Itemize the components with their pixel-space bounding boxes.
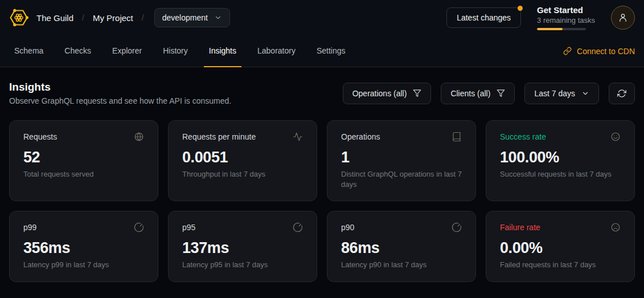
card-value: 1 xyxy=(341,149,462,166)
person-icon xyxy=(618,13,628,23)
funnel-icon xyxy=(497,89,505,97)
stat-card: p90 86ms Latency p90 in last 7 days xyxy=(327,211,476,282)
connect-cdn-link[interactable]: Connect to CDN xyxy=(563,35,635,67)
clients-filter-label: Clients (all) xyxy=(450,89,490,98)
get-started-title: Get Started xyxy=(537,5,595,15)
card-subtitle: Distinct GraphQL operations in last 7 da… xyxy=(341,169,462,189)
card-subtitle: Latency p90 in last 7 days xyxy=(341,260,462,270)
tab-checks[interactable]: Checks xyxy=(59,35,96,67)
operations-filter-button[interactable]: Operations (all) xyxy=(343,83,432,104)
card-value: 356ms xyxy=(23,239,144,257)
card-subtitle: Total requests served xyxy=(23,169,144,179)
tab-explorer[interactable]: Explorer xyxy=(107,35,147,67)
card-value: 86ms xyxy=(341,239,462,257)
card-subtitle: Latency p99 in last 7 days xyxy=(23,260,144,270)
nav-tabs-bar: SchemaChecksExplorerHistoryInsightsLabor… xyxy=(0,35,644,67)
card-subtitle: Successful requests in last 7 days xyxy=(500,169,621,179)
avatar[interactable] xyxy=(611,6,635,30)
breadcrumb-project[interactable]: My Project xyxy=(93,13,133,23)
tab-history[interactable]: History xyxy=(158,35,193,67)
card-title: Failure rate xyxy=(500,223,540,232)
gauge-icon xyxy=(452,222,462,232)
book-icon xyxy=(452,132,462,142)
stat-card: Requests 52 Total requests served xyxy=(9,120,158,201)
breadcrumb: The Guild / My Project / development xyxy=(36,8,230,27)
card-title: Requests per minute xyxy=(182,132,256,141)
card-subtitle: Throughput in last 7 days xyxy=(182,169,303,179)
tab-insights[interactable]: Insights xyxy=(204,35,241,67)
funnel-icon xyxy=(413,89,421,97)
activity-icon xyxy=(293,132,303,142)
smile-icon xyxy=(610,132,621,142)
operations-filter-label: Operations (all) xyxy=(352,89,407,98)
link-icon xyxy=(563,47,572,55)
latest-changes-button[interactable]: Latest changes xyxy=(446,7,521,28)
notification-dot-icon xyxy=(518,6,523,11)
clients-filter-button[interactable]: Clients (all) xyxy=(441,83,515,104)
latest-changes-label: Latest changes xyxy=(457,13,511,22)
nav-tabs: SchemaChecksExplorerHistoryInsightsLabor… xyxy=(9,35,351,67)
gauge-icon xyxy=(134,222,144,232)
stat-card: Success rate 100.00% Successful requests… xyxy=(486,120,635,201)
card-title: Success rate xyxy=(500,132,546,141)
connect-cdn-label: Connect to CDN xyxy=(577,47,635,56)
card-subtitle: Latency p95 in last 7 days xyxy=(182,260,303,270)
refresh-button[interactable] xyxy=(609,83,635,104)
refresh-icon xyxy=(617,89,626,98)
card-value: 52 xyxy=(23,149,144,166)
chevron-down-icon xyxy=(214,14,222,22)
hive-logo-icon[interactable] xyxy=(9,8,28,27)
target-selector-value: development xyxy=(162,13,208,22)
period-select-value: Last 7 days xyxy=(534,89,575,98)
page-subtitle: Observe GraphQL requests and see how the… xyxy=(9,96,231,105)
breadcrumb-separator: / xyxy=(142,13,144,22)
card-value: 100.00% xyxy=(500,149,621,166)
stat-cards-grid: Requests 52 Total requests served Reques… xyxy=(9,120,635,282)
top-bar: The Guild / My Project / development Lat… xyxy=(0,0,644,35)
globe-icon xyxy=(134,132,144,142)
period-select[interactable]: Last 7 days xyxy=(524,83,599,104)
tab-schema[interactable]: Schema xyxy=(9,35,48,67)
frown-icon xyxy=(610,222,621,232)
breadcrumb-separator: / xyxy=(82,13,84,22)
card-value: 0.0051 xyxy=(182,149,303,166)
card-value: 0.00% xyxy=(500,239,621,257)
stat-card: p99 356ms Latency p99 in last 7 days xyxy=(9,211,158,282)
insights-page: Insights Observe GraphQL requests and se… xyxy=(0,67,644,296)
tab-settings[interactable]: Settings xyxy=(311,35,351,67)
card-title: p99 xyxy=(23,223,36,232)
card-title: Operations xyxy=(341,132,380,141)
breadcrumb-org[interactable]: The Guild xyxy=(36,13,73,23)
card-title: p95 xyxy=(182,223,195,232)
stat-card: Operations 1 Distinct GraphQL operations… xyxy=(327,120,476,201)
card-title: Requests xyxy=(23,132,57,141)
get-started-remaining-tasks: 3 remaining tasks xyxy=(537,16,595,25)
card-title: p90 xyxy=(341,223,354,232)
stat-card: Failure rate 0.00% Failed requests in la… xyxy=(486,211,635,282)
app-root: The Guild / My Project / development Lat… xyxy=(0,0,644,298)
gauge-icon xyxy=(293,222,303,232)
card-subtitle: Failed requests in last 7 days xyxy=(500,260,621,270)
get-started-widget[interactable]: Get Started 3 remaining tasks xyxy=(537,5,595,30)
stat-card: p95 137ms Latency p95 in last 7 days xyxy=(168,211,317,282)
stat-card: Requests per minute 0.0051 Throughput in… xyxy=(168,120,317,201)
target-selector[interactable]: development xyxy=(154,8,230,27)
chevron-down-icon xyxy=(581,89,589,97)
filters-toolbar: Operations (all) Clients (all) Last 7 da… xyxy=(343,83,635,104)
get-started-progress-bar xyxy=(537,28,586,30)
tab-laboratory[interactable]: Laboratory xyxy=(252,35,301,67)
progress-fill xyxy=(537,28,563,30)
page-title: Insights xyxy=(9,81,231,93)
card-value: 137ms xyxy=(182,239,303,257)
